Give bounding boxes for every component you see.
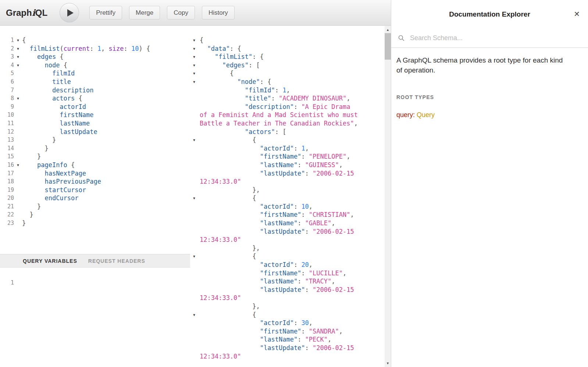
fold-gutter-spacer [15,169,21,178]
execute-button[interactable] [60,3,79,22]
fold-arrow-icon[interactable]: ▾ [15,161,21,169]
fold-arrow-icon[interactable]: ▾ [190,78,198,86]
code-text: 12:34:33.0" [198,352,241,361]
code-text: startCursor [21,186,86,194]
code-line: 1▾{ [0,36,190,45]
code-text: "lastName": "TRACY", [198,277,335,286]
line-number: 1 [0,279,15,287]
graphiql-app: GraphiQL Prettify Merge Copy History 1▾{… [0,0,588,367]
code-text: 12:34:33.0" [198,236,241,244]
toolbar: GraphiQL Prettify Merge Copy History [0,0,391,26]
line-number: 11 [0,119,15,128]
tab-query-variables[interactable]: QUERY VARIABLES [23,258,77,264]
code-line: 16▾ pageInfo { [0,161,190,169]
merge-button[interactable]: Merge [129,6,160,20]
fold-arrow-icon[interactable]: ▾ [15,94,21,103]
code-line: "firstName": "CHRISTIAN", [190,211,391,219]
fold-gutter-spacer [190,177,198,186]
code-text: } [21,211,33,219]
code-line: of a Feminist And a Mad Scientist who mu… [190,111,391,119]
fold-arrow-icon[interactable]: ▾ [190,53,198,61]
code-text: } [21,219,26,227]
code-text: title [21,78,71,86]
code-line: 12:34:33.0" [190,177,391,186]
query-editor[interactable]: 1▾{2▾ filmList(current: 1, size: 10) {3▾… [0,26,190,254]
code-text: hasNextPage [21,169,86,178]
fold-gutter-spacer [190,302,198,311]
fold-arrow-icon[interactable]: ▾ [190,136,198,144]
code-text: "actorId": 10, [198,202,313,211]
logo-text-i: i [32,7,35,18]
fold-gutter-spacer [190,119,198,128]
code-text: }, [198,244,260,253]
code-line: "lastUpdate": "2006-02-15 [190,227,391,236]
fold-gutter-spacer [190,211,198,219]
search-icon [398,35,405,42]
code-line: 18 hasPreviousPage [0,177,190,186]
code-text: "lastUpdate": "2006-02-15 [198,344,354,352]
code-line: 12:34:33.0" [190,352,391,361]
search-schema-input[interactable] [410,34,583,42]
code-text: "filmList": { [198,53,264,61]
code-line: 23} [0,219,190,227]
scrollbar-thumb[interactable] [385,33,391,60]
code-line: 13 } [0,136,190,144]
scrollbar-down-icon[interactable]: ▼ [385,360,391,366]
fold-gutter-spacer [190,261,198,269]
play-icon [67,9,74,17]
fold-gutter-spacer [190,227,198,236]
fold-arrow-icon[interactable]: ▾ [190,194,198,202]
code-line: ▾{ [190,36,391,45]
fold-gutter-spacer [15,69,21,78]
line-number: 22 [0,211,15,219]
fold-arrow-icon[interactable]: ▾ [15,61,21,70]
code-line: ▾ { [190,136,391,144]
code-line: Battle a Teacher in The Canadian Rockies… [190,119,391,128]
result-scrollbar[interactable]: ▲ ▼ [385,26,391,367]
prettify-button[interactable]: Prettify [89,6,122,20]
code-line: "actorId": 10, [190,202,391,211]
code-line: 19 startCursor [0,186,190,194]
code-line: "firstName": "LUCILLE", [190,269,391,278]
root-type-query-link[interactable]: Query [417,111,435,119]
result-pane: ▾{▾ "data": {▾ "filmList": {▾ "edges": [… [190,26,391,367]
fold-gutter-spacer [15,211,21,219]
fold-arrow-icon[interactable]: ▾ [190,69,198,78]
code-text: hasPreviousPage [21,177,101,186]
fold-gutter-spacer [190,277,198,286]
code-text: }, [198,302,260,311]
code-line: }, [190,186,391,194]
code-text: "firstName": "PENELOPE", [198,152,350,161]
fold-arrow-icon[interactable]: ▾ [190,36,198,45]
code-line: ▾ "edges": [ [190,61,391,70]
fold-arrow-icon[interactable]: ▾ [15,45,21,53]
result-viewer[interactable]: ▾{▾ "data": {▾ "filmList": {▾ "edges": [… [190,26,391,367]
code-line: 12 lastUpdate [0,128,190,136]
tab-request-headers[interactable]: REQUEST HEADERS [88,258,145,264]
scrollbar-up-icon[interactable]: ▲ [385,27,391,33]
code-line: "lastUpdate": "2006-02-15 [190,169,391,178]
fold-arrow-icon[interactable]: ▾ [190,61,198,70]
fold-arrow-icon[interactable]: ▾ [15,53,21,61]
code-text: { [198,252,256,261]
fold-gutter-spacer [190,111,198,119]
fold-arrow-icon[interactable]: ▾ [190,311,198,319]
code-text: "node": { [198,78,271,86]
code-text: endCursor [21,194,79,202]
fold-gutter-spacer [15,202,21,211]
fold-arrow-icon[interactable]: ▾ [190,45,198,53]
code-text: description [21,86,93,95]
line-number: 3 [0,53,15,61]
query-variables-editor[interactable]: 1 [0,268,190,367]
code-text: "description": "A Epic Drama [198,103,350,111]
line-number: 16 [0,161,15,169]
code-line: }, [190,244,391,253]
fold-arrow-icon[interactable]: ▾ [15,36,21,45]
history-button[interactable]: History [202,6,235,20]
code-text: "filmId": 1, [198,86,290,95]
fold-arrow-icon[interactable]: ▾ [190,252,198,261]
close-icon[interactable]: ✕ [574,10,580,18]
line-number: 21 [0,202,15,211]
code-text: { [198,311,256,319]
copy-button[interactable]: Copy [167,6,195,20]
